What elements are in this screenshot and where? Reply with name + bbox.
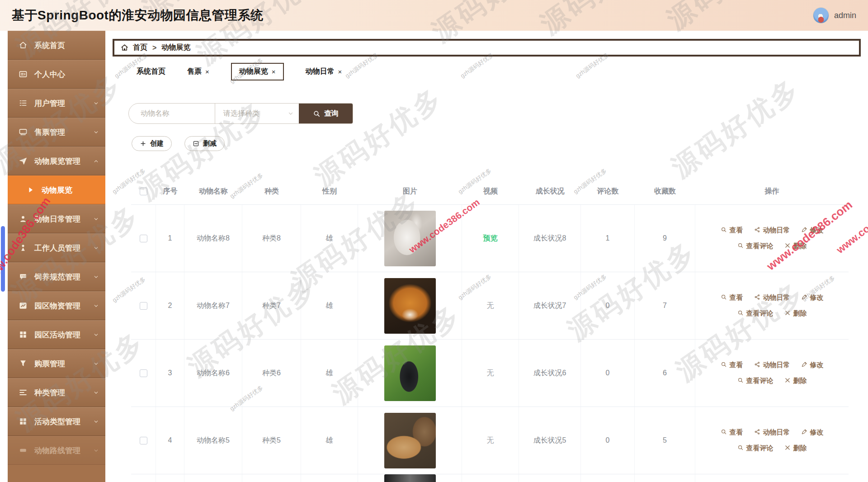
sidebar-item-label: 售票管理 — [34, 127, 65, 137]
animal-image[interactable] — [384, 413, 436, 468]
sidebar-item-home[interactable]: 系统首页 — [8, 31, 105, 60]
sidebar-item-label: 系统首页 — [34, 40, 65, 51]
select-all-checkbox[interactable] — [140, 188, 147, 195]
route-icon — [19, 446, 28, 455]
animal-daily-button[interactable]: 动物日常 — [754, 361, 790, 369]
sidebar-item-animal-route[interactable]: 动物路线管理 — [8, 436, 105, 465]
view-comments-button[interactable]: 查看评论 — [737, 377, 774, 385]
animal-name: 动物名称8 — [197, 234, 230, 243]
create-button[interactable]: 创建 — [132, 136, 172, 151]
close-tab-icon[interactable]: × — [272, 68, 276, 76]
breadcrumb: 首页 > 动物展览 — [113, 39, 861, 57]
sidebar-item-users[interactable]: 用户管理 — [8, 89, 105, 118]
sidebar-item-label: 活动类型管理 — [34, 416, 80, 427]
column-header-label: 种类 — [264, 187, 279, 196]
sidebar-item-staff-mgmt[interactable]: 工作人员管理 — [8, 233, 105, 262]
query-button[interactable]: 查询 — [299, 104, 353, 123]
animal-daily-button[interactable]: 动物日常 — [754, 293, 790, 302]
animal-gender: 雄 — [326, 369, 333, 378]
edit-button[interactable]: 修改 — [801, 361, 824, 369]
chevron-down-icon — [93, 129, 99, 135]
pencil-icon — [801, 429, 807, 436]
table-row: 3 动物名称6 种类6 雄 无 成长状况6 0 6 查看 动物日常 修改 查看评… — [131, 340, 849, 407]
search-icon — [737, 242, 744, 250]
comment-count: 0 — [606, 369, 610, 377]
sidebar-item-activity-type[interactable]: 活动类型管理 — [8, 407, 105, 436]
chevron-up-icon — [93, 158, 99, 164]
sidebar-item-daily-mgmt[interactable]: 动物日常管理 — [8, 204, 105, 233]
delete-row-button[interactable]: 删除 — [784, 309, 807, 318]
edit-button[interactable]: 修改 — [801, 293, 824, 302]
view-comments-button[interactable]: 查看评论 — [737, 309, 774, 318]
animal-image[interactable] — [384, 278, 436, 334]
column-header: 评论数 — [581, 179, 635, 204]
column-header: 收藏数 — [635, 179, 695, 204]
view-button[interactable]: 查看 — [721, 428, 743, 437]
chevron-down-icon — [93, 419, 99, 425]
edit-button[interactable]: 修改 — [801, 428, 824, 437]
user-menu[interactable]: admin — [813, 7, 856, 24]
comment-count: 1 — [606, 234, 610, 242]
view-button[interactable]: 查看 — [721, 361, 743, 369]
tab-2[interactable]: 动物展览× — [231, 63, 284, 80]
send-icon — [19, 156, 28, 165]
row-checkbox[interactable] — [140, 437, 147, 444]
row-actions: 查看 动物日常 修改 查看评论 删除 — [721, 428, 824, 453]
animal-daily-button[interactable]: 动物日常 — [754, 226, 790, 235]
sidebar-item-animal-exhibit[interactable]: 动物展览 — [8, 175, 105, 204]
row-checkbox[interactable] — [140, 302, 147, 310]
delete-button[interactable]: 删减 — [184, 136, 225, 151]
row-checkbox[interactable] — [140, 235, 147, 242]
sidebar-item-label: 园区物资管理 — [34, 301, 80, 311]
scrollbar-thumb[interactable] — [1, 226, 5, 292]
tab-3[interactable]: 动物日常× — [306, 67, 342, 76]
video-preview-link[interactable]: 预览 — [483, 234, 498, 243]
delete-row-button[interactable]: 删除 — [784, 242, 807, 250]
delete-row-button[interactable]: 删除 — [784, 377, 807, 385]
sidebar-item-category[interactable]: 种类管理 — [8, 378, 105, 407]
sidebar-item-exhibit-mgmt[interactable]: 动物展览管理 — [8, 146, 105, 175]
chevron-down-icon — [93, 274, 99, 280]
edit-button[interactable]: 修改 — [801, 226, 824, 235]
sidebar-item-label: 种类管理 — [34, 387, 65, 398]
animal-name-input[interactable] — [129, 104, 215, 123]
toolbar: 创建 删减 — [132, 136, 868, 151]
search-icon — [721, 361, 727, 369]
sidebar-item-park-activity[interactable]: 园区活动管理 — [8, 320, 105, 349]
sidebar-item-park-supplies[interactable]: 园区物资管理 — [8, 291, 105, 320]
query-button-label: 查询 — [324, 109, 339, 118]
breadcrumb-home[interactable]: 首页 — [133, 43, 147, 52]
row-checkbox[interactable] — [140, 369, 147, 377]
animal-image[interactable] — [384, 211, 436, 266]
sidebar-item-profile[interactable]: 个人中心 — [8, 60, 105, 89]
type-select[interactable]: 请选择种类 — [215, 104, 299, 123]
animal-daily-button[interactable]: 动物日常 — [754, 428, 790, 437]
delete-row-button[interactable]: 删除 — [784, 444, 807, 453]
view-button[interactable]: 查看 — [721, 293, 743, 302]
row-actions: 查看 动物日常 修改 查看评论 删除 — [721, 361, 824, 385]
chevron-down-icon — [93, 303, 99, 309]
tab-bar: 系统首页售票×动物展览×动物日常× — [137, 63, 868, 80]
comment-count: 0 — [606, 302, 610, 310]
animal-image[interactable] — [384, 345, 436, 401]
close-tab-icon[interactable]: × — [205, 68, 209, 76]
close-tab-icon[interactable]: × — [338, 68, 342, 76]
sidebar-item-label: 动物展览管理 — [34, 156, 80, 166]
favorite-count: 7 — [663, 302, 667, 310]
sidebar-item-ticket-buy[interactable]: 购票管理 — [8, 349, 105, 378]
sidebar-item-ticket-sale[interactable]: 售票管理 — [8, 118, 105, 146]
sidebar-item-feeding-rules[interactable]: 饲养规范管理 — [8, 262, 105, 291]
view-comments-button[interactable]: 查看评论 — [737, 242, 774, 250]
profile-icon — [19, 70, 28, 79]
animal-type: 种类8 — [262, 234, 281, 243]
view-comments-button[interactable]: 查看评论 — [737, 444, 774, 453]
tab-1[interactable]: 售票× — [187, 67, 209, 76]
chevron-down-icon — [288, 111, 293, 116]
share-icon — [754, 429, 760, 436]
tab-0[interactable]: 系统首页 — [137, 67, 165, 76]
column-header-label: 成长状况 — [536, 187, 565, 196]
view-button[interactable]: 查看 — [721, 226, 743, 235]
search-icon — [737, 310, 744, 317]
column-header: 序号 — [156, 179, 184, 204]
table-body: 1 动物名称8 种类8 雄 预览 成长状况8 1 9 查看 动物日常 修改 查看… — [131, 205, 849, 474]
